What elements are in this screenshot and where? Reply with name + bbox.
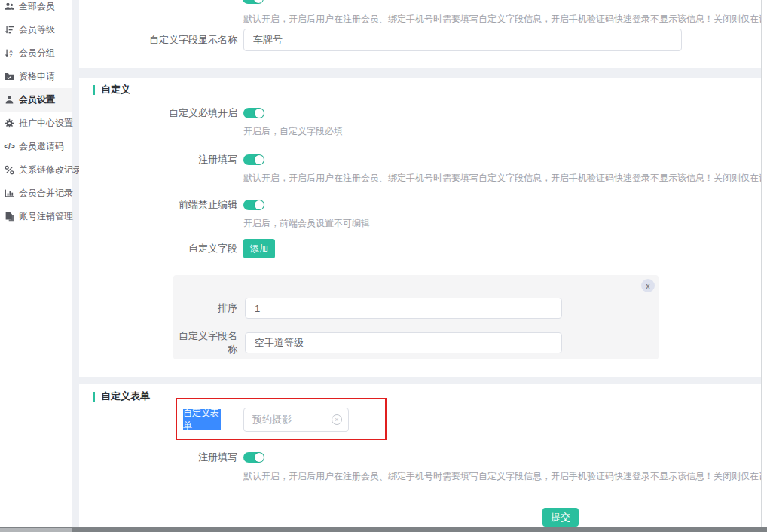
- account-cancel-icon: [5, 212, 14, 222]
- register-fill-toggle-switch[interactable]: [243, 452, 264, 463]
- sidebar-item-relation-log[interactable]: 关系链修改记录: [0, 158, 72, 182]
- sidebar-item-label: 账号注销管理: [19, 210, 73, 223]
- sidebar-item-account-cancel[interactable]: 账号注销管理: [0, 205, 72, 228]
- sidebar-item-qualification[interactable]: 资格申请: [0, 65, 72, 88]
- custom-form-card: 自定义表单 自定义表单 × 注册填写 默认开启，开启后用户在注册会员、绑定手机号…: [79, 384, 761, 527]
- section-title: 自定义: [101, 83, 130, 96]
- members-icon: [5, 2, 14, 11]
- main-content: 默认开启，开启后用户在注册会员、绑定手机号时需要填写自定义字段信息，开启手机验证…: [79, 0, 761, 527]
- clear-icon[interactable]: ×: [332, 414, 342, 425]
- display-name-label: 自定义字段显示名称: [79, 33, 237, 47]
- sidebar-item-label: 关系链修改记录: [19, 164, 82, 176]
- add-field-button[interactable]: 添加: [243, 239, 275, 258]
- submit-button[interactable]: 提交: [542, 508, 579, 527]
- sidebar-item-label: 会员设置: [19, 93, 55, 106]
- section-title: 自定义表单: [101, 390, 150, 403]
- window-bottom-edge-left: [0, 528, 72, 532]
- sort-input[interactable]: [245, 298, 562, 319]
- required-toggle-label: 自定义必填开启: [79, 106, 237, 120]
- toggle-switch-partial[interactable]: [243, 0, 264, 4]
- sidebar-item-member-settings[interactable]: 会员设置: [0, 88, 72, 112]
- helper-text: 开启后，自定义字段必填: [243, 125, 343, 138]
- sidebar-item-label: 会员合并记录: [19, 187, 73, 200]
- window-bottom-edge: [0, 527, 767, 532]
- sidebar-item-all-members[interactable]: 全部会员: [0, 0, 72, 18]
- group-sort-icon: AZ: [5, 48, 14, 58]
- register-fill-label: 注册填写: [79, 451, 237, 464]
- sidebar-menu: 全部会员 会员等级 AZ 会员分组 资格申请: [0, 0, 72, 228]
- display-name-input[interactable]: [243, 29, 682, 51]
- sidebar-item-member-group[interactable]: AZ 会员分组: [0, 41, 72, 65]
- invite-code-icon: </>: [5, 142, 14, 151]
- card-gap: [79, 377, 761, 384]
- custom-field-panel: x 排序 自定义字段名称: [173, 275, 659, 359]
- field-name-input[interactable]: [245, 332, 562, 353]
- level-sort-icon: [5, 25, 14, 35]
- register-fill-label: 注册填写: [79, 153, 237, 167]
- sidebar-item-label: 全部会员: [19, 0, 55, 13]
- sort-label: 排序: [173, 301, 237, 315]
- section-accent-bar: [93, 85, 95, 95]
- sidebar-item-promotion-settings[interactable]: 推广中心设置: [0, 112, 72, 135]
- promotion-gear-icon: [5, 118, 14, 128]
- custom-section-card: 自定义 自定义必填开启 开启后，自定义字段必填 注册填写 默认开启，开启后用户在…: [79, 78, 761, 377]
- qualification-folder-icon: [5, 72, 14, 81]
- helper-text: 默认开启，开启后用户在注册会员、绑定手机号时需要填写自定义字段信息，开启手机验证…: [243, 13, 761, 26]
- sidebar-item-label: 推广中心设置: [19, 117, 73, 130]
- sidebar: 全部会员 会员等级 AZ 会员分组 资格申请: [0, 0, 72, 527]
- helper-text: 默认开启，开启后用户在注册会员、绑定手机号时需要填写自定义字段信息，开启手机验证…: [243, 470, 767, 483]
- helper-text: 默认开启，开启后用户在注册会员、绑定手机号时需要填写自定义字段信息，开启手机验证…: [243, 172, 767, 185]
- card-gap: [79, 68, 761, 78]
- sidebar-item-member-level[interactable]: 会员等级: [0, 18, 72, 41]
- sidebar-item-label: 会员分组: [19, 47, 55, 60]
- register-fill-toggle-switch[interactable]: [243, 154, 264, 165]
- form-footer: 提交: [79, 497, 761, 527]
- custom-form-input[interactable]: [252, 414, 332, 426]
- custom-form-selected-label: 自定义表单: [183, 409, 221, 430]
- merge-chart-icon: [5, 188, 14, 198]
- frontend-lock-label: 前端禁止编辑: [79, 198, 237, 212]
- sidebar-item-label: 会员邀请码: [19, 140, 64, 153]
- sidebar-item-label: 会员等级: [19, 23, 55, 36]
- app-window: 全部会员 会员等级 AZ 会员分组 资格申请: [0, 0, 767, 532]
- scrollbar-track[interactable]: [761, 0, 767, 527]
- member-settings-icon: [5, 95, 14, 105]
- helper-text: 开启后，前端会员设置不可编辑: [243, 217, 370, 230]
- sidebar-item-label: 资格申请: [19, 70, 55, 83]
- custom-field-label: 自定义字段: [79, 242, 237, 255]
- field-name-label: 自定义字段名称: [173, 329, 237, 356]
- section-accent-bar: [93, 392, 95, 402]
- custom-form-input-wrap[interactable]: ×: [243, 408, 349, 432]
- frontend-lock-toggle-switch[interactable]: [243, 200, 264, 210]
- display-name-card: 默认开启，开启后用户在注册会员、绑定手机号时需要填写自定义字段信息，开启手机验证…: [79, 0, 761, 68]
- sidebar-item-invite-code[interactable]: </> 会员邀请码: [0, 135, 72, 158]
- sidebar-item-merge-log[interactable]: 会员合并记录: [0, 182, 72, 205]
- relation-chain-icon: [5, 165, 14, 175]
- required-toggle-switch[interactable]: [243, 108, 264, 118]
- svg-text:Z: Z: [10, 53, 13, 58]
- close-icon[interactable]: x: [641, 279, 655, 292]
